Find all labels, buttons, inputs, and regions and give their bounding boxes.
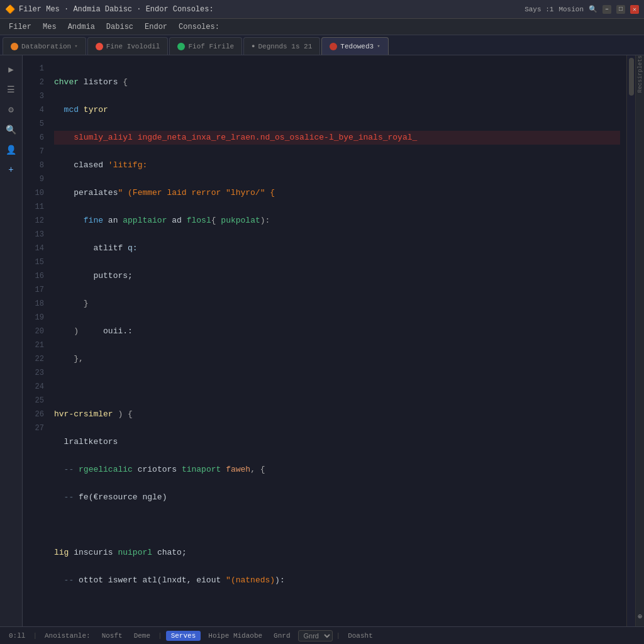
- tab-label-databoration: Databoration: [21, 43, 71, 50]
- tab-icon-fine: [96, 43, 103, 50]
- tab-label-tedowed: Tedowed3: [340, 43, 374, 50]
- tab-label-fine: Fine Ivolodil: [106, 43, 160, 50]
- code-text: chver listors { mcd tyror slumly_aliyl i…: [48, 62, 626, 620]
- app-title: Filer Mes · Andmia Dabisc · Endor Consol…: [19, 5, 214, 14]
- code-line-12: [54, 380, 620, 394]
- code-line-17: [54, 518, 620, 532]
- menu-consoles[interactable]: Consoles:: [174, 21, 225, 33]
- code-line-18: lig inscuris nuiporl chato;: [54, 546, 620, 560]
- minimize-button[interactable]: –: [602, 5, 611, 14]
- code-line-13: hvr-crsimler ) {: [54, 408, 620, 421]
- code-line-7: atlitf q:: [54, 242, 620, 255]
- sidebar-icon-arrow[interactable]: ▶: [3, 60, 20, 78]
- code-line-6: fine an appltaior ad flosl{ pukpolat):: [54, 214, 620, 228]
- status-sep-2: |: [158, 632, 162, 640]
- sidebar: ▶ ☰ ⚙ 🔍 👤 +: [0, 55, 23, 626]
- maximize-button[interactable]: □: [616, 5, 625, 14]
- right-panel: Recsirplets ⊕: [635, 55, 644, 626]
- status-gnrd[interactable]: Gnrd: [270, 631, 294, 641]
- tab-icon-degnnds: ●: [252, 43, 255, 50]
- status-sep-1: |: [33, 632, 37, 640]
- tab-icon-databoration: [11, 43, 18, 50]
- titlebar-controls: Says :1 Mosion 🔍 – □ ✕: [525, 5, 639, 14]
- tab-fine[interactable]: Fine Ivolodil: [87, 37, 169, 55]
- sidebar-icon-add[interactable]: +: [3, 161, 20, 179]
- tab-label-degnnds: Degnnds 1s 21: [258, 43, 313, 50]
- titlebar-title: 🔶 Filer Mes · Andmia Dabisc · Endor Cons…: [5, 4, 519, 14]
- status-hoipe[interactable]: Hoipe Midaobe: [204, 631, 266, 641]
- tab-tedowed[interactable]: Tedowed3 ▾: [321, 37, 388, 55]
- code-line-9: }: [54, 297, 620, 311]
- right-panel-label: Recsirplets: [637, 55, 643, 97]
- tabbar: Databoration ▾ Fine Ivolodil Fiof Firile…: [0, 35, 644, 55]
- menu-endor[interactable]: Endor: [140, 21, 172, 33]
- status-deme[interactable]: Deme: [130, 631, 154, 641]
- code-line-14: lraltketors: [54, 435, 620, 449]
- tab-label-fiof: Fiof Firile: [188, 43, 234, 50]
- tab-icon-tedowed: [330, 43, 337, 50]
- code-line-8: puttors;: [54, 269, 620, 283]
- tab-icon-fiof: [177, 43, 185, 50]
- code-line-15: -- rgeelicalic criotors tinaport faweh, …: [54, 463, 620, 477]
- code-line-3: slumly_aliyl ingde_neta_inxa_re_lraen.nd…: [54, 131, 620, 145]
- tab-degnnds[interactable]: ● Degnnds 1s 21: [243, 37, 320, 55]
- status-sep-3: |: [336, 632, 341, 640]
- code-line-10: ) ouii.:: [54, 325, 620, 338]
- main-area: ▶ ☰ ⚙ 🔍 👤 + 12345 678910 1112131415 1617…: [0, 55, 644, 626]
- menu-andmia[interactable]: Andmia: [63, 21, 100, 33]
- code-line-19: -- ottot iswert atl(lnxdt, eiout "(natne…: [54, 574, 620, 587]
- status-nosft[interactable]: Nosft: [98, 631, 126, 641]
- status-anoistanle[interactable]: Anoistanle:: [41, 631, 94, 641]
- menu-dabisc[interactable]: Dabisc: [101, 21, 138, 33]
- menubar: Filer Mes Andmia Dabisc Endor Consoles:: [0, 19, 644, 35]
- status-line-col[interactable]: 0:ll: [5, 631, 29, 641]
- right-panel-icon[interactable]: ⊕: [638, 612, 642, 621]
- statusbar: 0:ll | Anoistanle: Nosft Deme | Serves H…: [0, 626, 644, 644]
- tab-fiof[interactable]: Fiof Firile: [169, 37, 242, 55]
- sidebar-icon-settings[interactable]: ⚙: [3, 101, 20, 118]
- status-serves[interactable]: Serves: [166, 631, 201, 641]
- tab-databoration[interactable]: Databoration ▾: [3, 37, 86, 55]
- scrollbar-thumb[interactable]: [629, 58, 634, 96]
- code-line-16: -- fe(€resource ngle): [54, 491, 620, 504]
- menu-mes[interactable]: Mes: [38, 21, 62, 33]
- menu-filer[interactable]: Filer: [4, 21, 36, 33]
- status-dropdown[interactable]: Gnrd: [298, 630, 333, 641]
- titlebar: 🔶 Filer Mes · Andmia Dabisc · Endor Cons…: [0, 0, 644, 19]
- sidebar-icon-user[interactable]: 👤: [3, 141, 20, 158]
- code-line-1: chver listors {: [54, 75, 620, 89]
- sidebar-icon-menu[interactable]: ☰: [3, 80, 20, 98]
- sidebar-icon-search[interactable]: 🔍: [3, 121, 20, 138]
- close-button[interactable]: ✕: [630, 5, 639, 14]
- code-editor[interactable]: 12345 678910 1112131415 1617181920 21222…: [23, 55, 626, 626]
- status-says: Says :1: [525, 6, 553, 13]
- status-mosion: Mosion: [558, 6, 584, 13]
- code-line-5: peralates" (Femmer laid rerror "lhyro/" …: [54, 186, 620, 200]
- code-content: 12345 678910 1112131415 1617181920 21222…: [23, 55, 626, 626]
- line-numbers: 12345 678910 1112131415 1617181920 21222…: [23, 62, 48, 620]
- code-line-4: clased 'litifg:: [54, 158, 620, 172]
- right-scrollbar[interactable]: [626, 55, 635, 626]
- code-line-20: [54, 601, 620, 615]
- status-doasht[interactable]: Doasht: [344, 631, 377, 641]
- code-line-2: mcd tyror: [54, 103, 620, 117]
- code-line-11: },: [54, 352, 620, 366]
